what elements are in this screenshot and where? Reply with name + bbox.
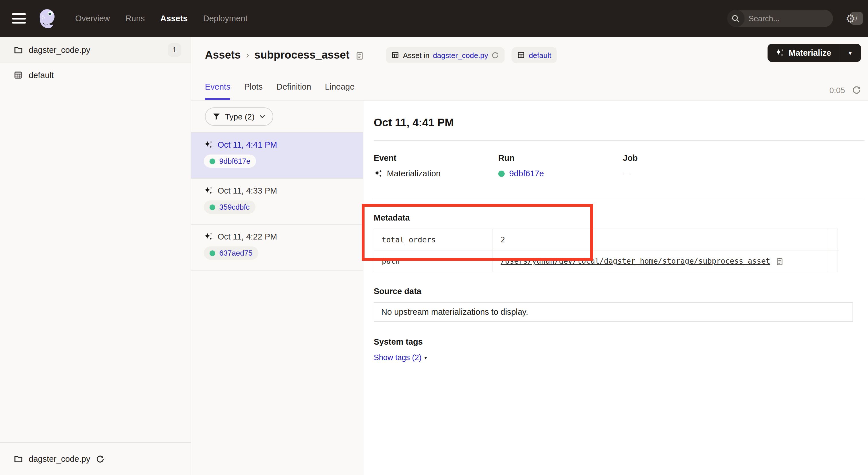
run-id-badge[interactable]: 9dbf617e xyxy=(204,154,256,168)
materialize-dropdown-caret[interactable]: ▾ xyxy=(839,50,861,56)
metadata-value-cell: 2 xyxy=(493,229,827,250)
asset-group-icon xyxy=(14,71,23,80)
breadcrumb-separator: › xyxy=(246,50,249,61)
asset-group-pill[interactable]: default xyxy=(512,47,557,63)
breadcrumb: Assets › subprocess_asset xyxy=(205,44,557,66)
metadata-heading: Metadata xyxy=(374,213,410,222)
refresh-icon[interactable] xyxy=(852,86,861,95)
copy-path-icon[interactable] xyxy=(775,257,783,265)
run-id-badge[interactable]: 359cdbfc xyxy=(204,201,255,214)
type-filter-label: Type (2) xyxy=(225,112,255,121)
job-empty-value: — xyxy=(623,169,631,178)
event-detail-panel: Oct 11, 4:41 PM Event Materialization xyxy=(363,100,868,475)
run-status-dot xyxy=(498,170,505,177)
run-id-link[interactable]: 9dbf617e xyxy=(509,169,544,178)
show-tags-toggle[interactable]: Show tags (2) ▾ xyxy=(374,353,427,362)
breadcrumb-assets-link[interactable]: Assets xyxy=(205,49,241,61)
reload-icon[interactable] xyxy=(96,455,104,463)
materialization-sparkle-icon xyxy=(204,186,213,195)
asset-header: Assets › subprocess_asset xyxy=(191,37,868,100)
run-status-dot xyxy=(210,250,215,256)
tab-events[interactable]: Events xyxy=(205,73,230,100)
asset-location-pill[interactable]: Asset in dagster_code.py xyxy=(386,47,505,63)
run-id: 637aed75 xyxy=(219,249,253,257)
nav-item-assets[interactable]: Assets xyxy=(160,14,188,23)
sidebar-item-label: dagster_code.py xyxy=(29,45,162,54)
copy-asset-name-icon[interactable] xyxy=(355,51,364,59)
nav-items: Overview Runs Assets Deployment xyxy=(75,14,247,23)
folder-icon xyxy=(14,454,23,464)
event-summary-columns: Event Materialization Run 9 xyxy=(374,153,747,178)
nav-item-overview[interactable]: Overview xyxy=(75,14,110,23)
job-column: Job — xyxy=(623,153,747,178)
nav-item-deployment[interactable]: Deployment xyxy=(203,14,248,23)
search-box[interactable]: / xyxy=(727,10,833,27)
events-list-panel: Type (2) Oct 11, 4:41 PM xyxy=(191,100,363,475)
materialization-sparkle-icon xyxy=(374,169,382,178)
type-filter-button[interactable]: Type (2) xyxy=(205,107,274,125)
metadata-empty-cell xyxy=(827,229,839,250)
sidebar: dagster_code.py 1 default dagste xyxy=(0,37,191,475)
dagster-logo-icon[interactable] xyxy=(36,6,60,30)
dagster-app: Overview Runs Assets Deployment / ⚙ xyxy=(0,0,868,475)
chevron-down-icon xyxy=(259,113,266,120)
materialization-sparkle-icon xyxy=(204,232,213,241)
event-label: Event xyxy=(374,153,498,162)
event-list-item[interactable]: Oct 11, 4:41 PM 9dbf617e xyxy=(191,133,363,179)
sidebar-item-default-group[interactable]: default xyxy=(0,63,191,87)
run-id-badge[interactable]: 637aed75 xyxy=(204,246,258,260)
event-date: Oct 11, 4:41 PM xyxy=(218,140,277,149)
metadata-table: total_orders 2 path /Users/yuhan/dev/loc… xyxy=(374,229,838,272)
event-detail-heading: Oct 11, 4:41 PM xyxy=(374,117,454,129)
materialization-sparkle-icon xyxy=(775,48,784,57)
run-status-dot xyxy=(210,158,215,164)
caret-down-icon: ▾ xyxy=(425,355,427,360)
metadata-key-cell: path xyxy=(374,250,493,272)
asset-group-icon xyxy=(517,51,525,59)
code-location-link[interactable]: dagster_code.py xyxy=(433,51,488,59)
sidebar-item-label: default xyxy=(29,71,191,80)
sidebar-item-code-location[interactable]: dagster_code.py 1 xyxy=(0,37,191,63)
tab-plots[interactable]: Plots xyxy=(244,73,263,100)
job-icon xyxy=(392,51,400,59)
source-data-heading: Source data xyxy=(374,287,422,296)
materialize-label: Materialize xyxy=(789,48,831,57)
hamburger-menu-icon[interactable] xyxy=(12,13,26,24)
materialization-sparkle-icon xyxy=(204,140,213,149)
metadata-key-cell: total_orders xyxy=(374,229,493,250)
tab-lineage[interactable]: Lineage xyxy=(325,73,354,100)
metadata-empty-cell xyxy=(827,250,839,272)
gear-icon[interactable]: ⚙ xyxy=(846,13,856,24)
reload-icon[interactable] xyxy=(491,51,499,59)
top-nav: Overview Runs Assets Deployment / ⚙ xyxy=(0,0,868,37)
show-tags-label: Show tags (2) xyxy=(374,353,422,362)
tab-definition[interactable]: Definition xyxy=(276,73,311,100)
event-column: Event Materialization xyxy=(374,153,498,178)
asset-count-badge: 1 xyxy=(167,43,181,57)
search-input[interactable] xyxy=(745,14,850,23)
event-list-item[interactable]: Oct 11, 4:22 PM 637aed75 xyxy=(191,225,363,270)
run-label: Run xyxy=(498,153,623,162)
filter-bar: Type (2) xyxy=(191,100,363,133)
run-id: 359cdbfc xyxy=(219,203,250,211)
event-list-item[interactable]: Oct 11, 4:33 PM 359cdbfc xyxy=(191,179,363,225)
nav-item-runs[interactable]: Runs xyxy=(125,14,145,23)
path-link[interactable]: /Users/yuhan/dev/local/dagster_home/stor… xyxy=(501,257,770,265)
divider xyxy=(374,199,865,199)
filter-funnel-icon xyxy=(212,112,220,120)
run-status-dot xyxy=(210,204,215,210)
folder-icon xyxy=(14,45,23,54)
sidebar-footer-code-location[interactable]: dagster_code.py xyxy=(0,442,191,475)
page-title: subprocess_asset xyxy=(254,49,350,61)
event-date: Oct 11, 4:22 PM xyxy=(218,232,277,241)
divider xyxy=(374,140,865,141)
refresh-countdown: 0:05 xyxy=(830,86,845,95)
group-link[interactable]: default xyxy=(529,51,551,59)
asset-tabs: Events Plots Definition Lineage xyxy=(205,73,354,100)
metadata-value-cell: /Users/yuhan/dev/local/dagster_home/stor… xyxy=(493,250,827,272)
system-tags-heading: System tags xyxy=(374,337,423,346)
job-label: Job xyxy=(623,153,747,162)
auto-refresh-status: 0:05 xyxy=(830,86,861,95)
sidebar-footer-label: dagster_code.py xyxy=(29,454,90,464)
materialize-button[interactable]: Materialize ▾ xyxy=(768,43,861,62)
